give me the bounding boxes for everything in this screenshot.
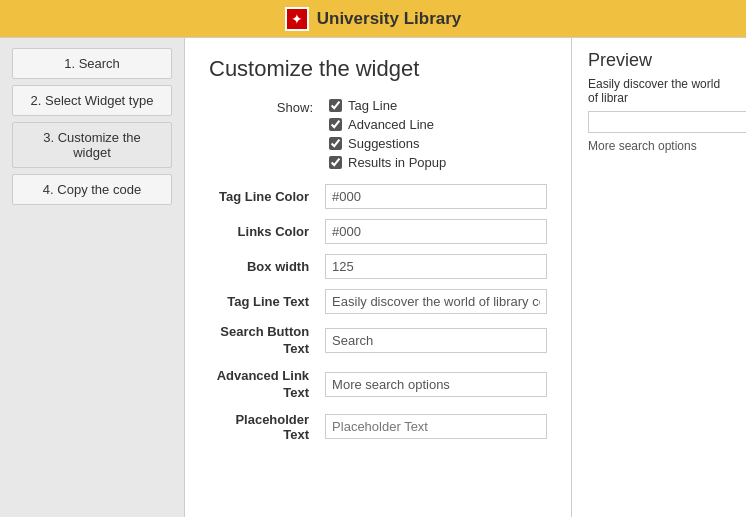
sidebar-item-select-widget[interactable]: 2. Select Widget type — [12, 85, 172, 116]
preview-tagline: Easily discover the world of librar — [588, 77, 730, 105]
checkbox-results-popup-label: Results in Popup — [348, 155, 446, 170]
preview-title: Preview — [588, 50, 730, 71]
preview-search-row: Search — [588, 111, 730, 133]
show-checkboxes: Tag Line Advanced Line Suggestions Resul… — [329, 98, 446, 170]
show-section: Show: Tag Line Advanced Line Suggestions… — [209, 98, 547, 170]
advanced-link-text-row: Advanced LinkText — [209, 368, 547, 402]
header-title: University Library — [317, 9, 462, 29]
checkbox-advanced-line-label: Advanced Line — [348, 117, 434, 132]
links-color-input[interactable] — [325, 219, 547, 244]
checkbox-tag-line[interactable]: Tag Line — [329, 98, 446, 113]
header: ✦ University Library — [0, 0, 746, 38]
box-width-input[interactable] — [325, 254, 547, 279]
search-button-text-row: Search ButtonText — [209, 324, 547, 358]
checkbox-tag-line-input[interactable] — [329, 99, 342, 112]
star-icon: ✦ — [285, 7, 309, 31]
tag-line-color-label: Tag Line Color — [209, 189, 325, 204]
preview-search-input[interactable] — [588, 111, 746, 133]
search-button-text-input[interactable] — [325, 328, 547, 353]
links-color-row: Links Color — [209, 219, 547, 244]
checkbox-advanced-line[interactable]: Advanced Line — [329, 117, 446, 132]
preview-advanced-link[interactable]: More search options — [588, 139, 730, 153]
placeholder-text-input[interactable] — [325, 414, 547, 439]
search-button-text-label: Search ButtonText — [209, 324, 325, 358]
checkbox-suggestions[interactable]: Suggestions — [329, 136, 446, 151]
main-content: Customize the widget Show: Tag Line Adva… — [185, 38, 571, 517]
box-width-label: Box width — [209, 259, 325, 274]
sidebar-item-customize[interactable]: 3. Customize the widget — [12, 122, 172, 168]
tag-line-text-input[interactable] — [325, 289, 547, 314]
advanced-link-text-input[interactable] — [325, 372, 547, 397]
checkbox-tag-line-label: Tag Line — [348, 98, 397, 113]
checkbox-advanced-line-input[interactable] — [329, 118, 342, 131]
placeholder-text-label: Placeholder Text — [209, 412, 325, 442]
tag-line-color-input[interactable] — [325, 184, 547, 209]
logo: ✦ University Library — [285, 7, 462, 31]
tag-line-color-row: Tag Line Color — [209, 184, 547, 209]
sidebar-item-search[interactable]: 1. Search — [12, 48, 172, 79]
advanced-link-text-label: Advanced LinkText — [209, 368, 325, 402]
tag-line-text-row: Tag Line Text — [209, 289, 547, 314]
box-width-row: Box width — [209, 254, 547, 279]
show-label: Show: — [209, 98, 329, 115]
checkbox-results-popup-input[interactable] — [329, 156, 342, 169]
checkbox-suggestions-label: Suggestions — [348, 136, 420, 151]
checkbox-suggestions-input[interactable] — [329, 137, 342, 150]
page-title: Customize the widget — [209, 56, 547, 82]
sidebar: 1. Search 2. Select Widget type 3. Custo… — [0, 38, 185, 517]
checkbox-results-popup[interactable]: Results in Popup — [329, 155, 446, 170]
tag-line-text-label: Tag Line Text — [209, 294, 325, 309]
preview-panel: Preview Easily discover the world of lib… — [571, 38, 746, 517]
layout: 1. Search 2. Select Widget type 3. Custo… — [0, 38, 746, 517]
links-color-label: Links Color — [209, 224, 325, 239]
placeholder-text-row: Placeholder Text — [209, 412, 547, 442]
sidebar-item-copy-code[interactable]: 4. Copy the code — [12, 174, 172, 205]
